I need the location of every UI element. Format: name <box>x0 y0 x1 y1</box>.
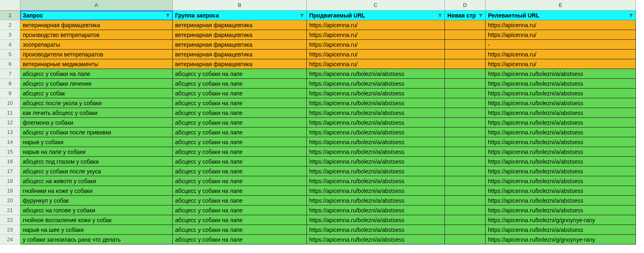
cell-C7[interactable]: https://apicenna.ru/bolezni/a/abstsess <box>307 69 445 79</box>
cell-B24[interactable]: абсцесс у собаки на лапе <box>173 235 307 244</box>
cell-A23[interactable]: нарыв на шее у собаки <box>20 225 173 235</box>
cell-E15[interactable]: https://apicenna.ru/bolezni/a/abstsess <box>486 147 636 157</box>
row-header-24[interactable]: 24 <box>0 235 20 244</box>
cell-A12[interactable]: флегмона у собаки <box>20 118 173 128</box>
cell-B22[interactable]: абсцесс у собаки на лапе <box>173 215 307 225</box>
row-header-18[interactable]: 18 <box>0 176 20 186</box>
cell-D8[interactable] <box>445 79 486 89</box>
cell-A14[interactable]: нарыв у собаки <box>20 137 173 147</box>
cell-C4[interactable]: https://apicenna.ru/ <box>307 40 445 50</box>
row-header-3[interactable]: 3 <box>0 30 20 40</box>
cell-C9[interactable]: https://apicenna.ru/bolezni/a/abstsess <box>307 89 445 98</box>
cell-B14[interactable]: абсцесс у собаки на лапе <box>173 137 307 147</box>
cell-A22[interactable]: гнойное воспаление кожи у собак <box>20 215 173 225</box>
row-header-10[interactable]: 10 <box>0 98 20 108</box>
cell-E3[interactable]: https://apicenna.ru/ <box>486 30 636 40</box>
cell-D11[interactable] <box>445 108 486 118</box>
filter-icon[interactable] <box>165 13 171 18</box>
row-header-6[interactable]: 6 <box>0 59 20 69</box>
row-header-4[interactable]: 4 <box>0 40 20 50</box>
cell-B6[interactable]: ветеринарная фармацевтика <box>173 59 307 69</box>
cell-C6[interactable]: https://apicenna.ru/ <box>307 59 445 69</box>
cell-D4[interactable] <box>445 40 486 50</box>
cell-B19[interactable]: абсцесс у собаки на лапе <box>173 186 307 196</box>
cell-A13[interactable]: абсцесс у собаки после прививки <box>20 128 173 137</box>
cell-A6[interactable]: ветеринарные медикаменты <box>20 59 173 69</box>
cell-A5[interactable]: производители ветпрепаратов <box>20 50 173 59</box>
cell-C14[interactable]: https://apicenna.ru/bolezni/a/abstsess <box>307 137 445 147</box>
cell-B16[interactable]: абсцесс у собаки на лапе <box>173 157 307 167</box>
cell-A3[interactable]: производство ветпрепаратов <box>20 30 173 40</box>
cell-E10[interactable]: https://apicenna.ru/bolezni/a/abstsess <box>486 98 636 108</box>
cell-E4[interactable]: - <box>486 40 636 50</box>
cell-E18[interactable]: https://apicenna.ru/bolezni/a/abstsess <box>486 176 636 186</box>
row-header-17[interactable]: 17 <box>0 167 20 176</box>
cell-D12[interactable] <box>445 118 486 128</box>
cell-E13[interactable]: https://apicenna.ru/bolezni/a/abstsess <box>486 128 636 137</box>
cell-C22[interactable]: https://apicenna.ru/bolezni/a/abstsess <box>307 215 445 225</box>
row-header-7[interactable]: 7 <box>0 69 20 79</box>
cell-A19[interactable]: гнойники на коже у собаки <box>20 186 173 196</box>
cell-A15[interactable]: нарыв на лапе у собаки <box>20 147 173 157</box>
cell-C21[interactable]: https://apicenna.ru/bolezni/a/abstsess <box>307 205 445 215</box>
row-header-1[interactable]: 1 <box>0 11 20 20</box>
cell-A2[interactable]: ветеринарная фармацевтика <box>20 20 173 30</box>
cell-C10[interactable]: https://apicenna.ru/bolezni/a/abstsess <box>307 98 445 108</box>
cell-C2[interactable]: https://apicenna.ru/ <box>307 20 445 30</box>
cell-C13[interactable]: https://apicenna.ru/bolezni/a/abstsess <box>307 128 445 137</box>
column-header-B[interactable]: B <box>173 0 307 11</box>
cell-B4[interactable]: ветеринарная фармацевтика <box>173 40 307 50</box>
row-header-13[interactable]: 13 <box>0 128 20 137</box>
cell-C5[interactable]: https://apicenna.ru/ <box>307 50 445 59</box>
filter-icon[interactable] <box>478 13 484 18</box>
cell-A8[interactable]: абсцесс у собаки лечение <box>20 79 173 89</box>
row-header-19[interactable]: 19 <box>0 186 20 196</box>
header-cell-D[interactable]: Новая стр <box>445 11 486 20</box>
column-header-A[interactable]: A <box>20 0 173 11</box>
cell-C24[interactable]: https://apicenna.ru/bolezni/a/abstsess <box>307 235 445 244</box>
cell-D13[interactable] <box>445 128 486 137</box>
cell-D7[interactable] <box>445 69 486 79</box>
column-header-D[interactable]: D <box>445 0 486 11</box>
cell-B23[interactable]: абсцесс у собаки на лапе <box>173 225 307 235</box>
cell-E21[interactable]: https://apicenna.ru/bolezni/a/abstsess <box>486 205 636 215</box>
cell-C17[interactable]: https://apicenna.ru/bolezni/a/abstsess <box>307 167 445 176</box>
cell-B12[interactable]: абсцесс у собаки на лапе <box>173 118 307 128</box>
cell-C20[interactable]: https://apicenna.ru/bolezni/a/abstsess <box>307 196 445 205</box>
cell-D9[interactable] <box>445 89 486 98</box>
cell-C8[interactable]: https://apicenna.ru/bolezni/a/abstsess <box>307 79 445 89</box>
cell-E14[interactable]: https://apicenna.ru/bolezni/a/abstsess <box>486 137 636 147</box>
cell-A4[interactable]: зоопрепараты <box>20 40 173 50</box>
cell-B3[interactable]: ветеринарная фармацевтика <box>173 30 307 40</box>
row-header-21[interactable]: 21 <box>0 205 20 215</box>
row-header-11[interactable]: 11 <box>0 108 20 118</box>
row-header-5[interactable]: 5 <box>0 50 20 59</box>
cell-E6[interactable]: https://apicenna.ru/ <box>486 59 636 69</box>
cell-E8[interactable]: https://apicenna.ru/bolezni/a/abstsess <box>486 79 636 89</box>
cell-D10[interactable] <box>445 98 486 108</box>
cell-C18[interactable]: https://apicenna.ru/bolezni/a/abstsess <box>307 176 445 186</box>
row-header-15[interactable]: 15 <box>0 147 20 157</box>
cell-A9[interactable]: абсцесс у собак <box>20 89 173 98</box>
cell-B5[interactable]: ветеринарная фармацевтика <box>173 50 307 59</box>
cell-C16[interactable]: https://apicenna.ru/bolezni/a/abstsess <box>307 157 445 167</box>
cell-B18[interactable]: абсцесс у собаки на лапе <box>173 176 307 186</box>
column-header-C[interactable]: C <box>307 0 445 11</box>
cell-A7[interactable]: абсцесс у собаки на лапе <box>20 69 173 79</box>
cell-A17[interactable]: абсцесс у собаки после укуса <box>20 167 173 176</box>
cell-E5[interactable]: https://apicenna.ru/ <box>486 50 636 59</box>
row-header-12[interactable]: 12 <box>0 118 20 128</box>
cell-B17[interactable]: абсцесс у собаки на лапе <box>173 167 307 176</box>
cell-D2[interactable] <box>445 20 486 30</box>
cell-B2[interactable]: ветеринарная фармацевтика <box>173 20 307 30</box>
cell-C12[interactable]: https://apicenna.ru/bolezni/a/abstsess <box>307 118 445 128</box>
row-header-20[interactable]: 20 <box>0 196 20 205</box>
cell-D24[interactable] <box>445 235 486 244</box>
cell-B21[interactable]: абсцесс у собаки на лапе <box>173 205 307 215</box>
filter-icon[interactable] <box>628 13 634 18</box>
cell-C3[interactable]: https://apicenna.ru/ <box>307 30 445 40</box>
cell-D3[interactable] <box>445 30 486 40</box>
cell-A21[interactable]: абсцесс на голове у собаки <box>20 205 173 215</box>
cell-E17[interactable]: https://apicenna.ru/bolezni/a/abstsess <box>486 167 636 176</box>
cell-E9[interactable]: https://apicenna.ru/bolezni/a/abstsess <box>486 89 636 98</box>
